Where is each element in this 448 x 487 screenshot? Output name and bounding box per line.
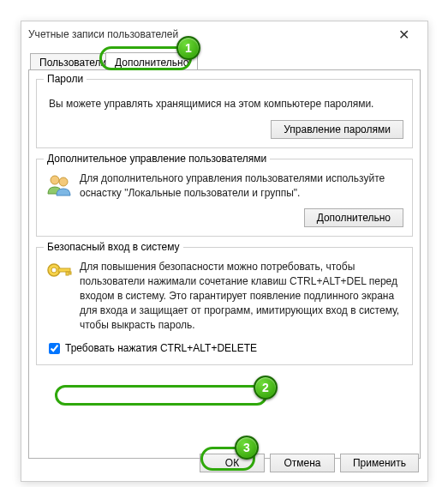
close-button[interactable]: ✕ xyxy=(386,22,421,46)
advanced-users-group-title: Дополнительное управление пользователями xyxy=(44,153,270,165)
require-ctrlaltdel-checkbox[interactable] xyxy=(49,343,60,354)
advanced-button[interactable]: Дополнительно xyxy=(304,208,403,227)
svg-rect-5 xyxy=(66,272,69,275)
require-ctrlaltdel-label: Требовать нажатия CTRL+ALT+DELETE xyxy=(65,342,257,354)
dialog-buttons: ОК Отмена Применить xyxy=(200,454,419,472)
tab-strip: Пользователи Дополнительно xyxy=(28,51,421,69)
passwords-group: Пароли Вы можете управлять хранящимися н… xyxy=(36,79,413,148)
titlebar: Учетные записи пользователей ✕ xyxy=(21,21,427,47)
users-icon xyxy=(45,171,73,199)
user-accounts-dialog: Учетные записи пользователей ✕ Пользоват… xyxy=(21,21,428,482)
apply-button[interactable]: Применить xyxy=(340,454,419,472)
ok-button[interactable]: ОК xyxy=(200,454,265,472)
cancel-button[interactable]: Отмена xyxy=(270,454,335,472)
manage-passwords-button[interactable]: Управление паролями xyxy=(271,120,403,139)
advanced-users-text: Для дополнительного управления пользоват… xyxy=(80,171,403,201)
advanced-users-group: Дополнительное управление пользователями… xyxy=(36,159,413,237)
callout-1: 1 xyxy=(176,36,200,60)
tab-users-label: Пользователи xyxy=(39,57,106,69)
secure-login-group: Безопасный вход в систему Для повышения … xyxy=(36,247,413,365)
window-title: Учетные записи пользователей xyxy=(28,28,386,40)
close-icon: ✕ xyxy=(398,27,409,43)
secure-login-text: Для повышения безопасности можно потребо… xyxy=(80,260,403,332)
callout-3: 3 xyxy=(235,436,259,460)
svg-rect-6 xyxy=(69,272,71,274)
svg-point-0 xyxy=(51,176,59,184)
passwords-text: Вы можете управлять хранящимися на этом … xyxy=(45,92,403,111)
passwords-group-title: Пароли xyxy=(44,73,87,85)
secure-login-group-title: Безопасный вход в систему xyxy=(44,241,183,253)
svg-point-3 xyxy=(51,268,57,273)
svg-rect-4 xyxy=(58,268,70,272)
tab-users[interactable]: Пользователи xyxy=(30,53,116,69)
key-icon xyxy=(45,260,73,287)
tab-advanced-label: Дополнительно xyxy=(115,57,188,69)
svg-point-1 xyxy=(59,177,68,186)
callout-2: 2 xyxy=(254,376,278,400)
tab-content: Пароли Вы можете управлять хранящимися н… xyxy=(28,69,421,459)
require-ctrlaltdel-row[interactable]: Требовать нажатия CTRL+ALT+DELETE xyxy=(45,340,403,356)
